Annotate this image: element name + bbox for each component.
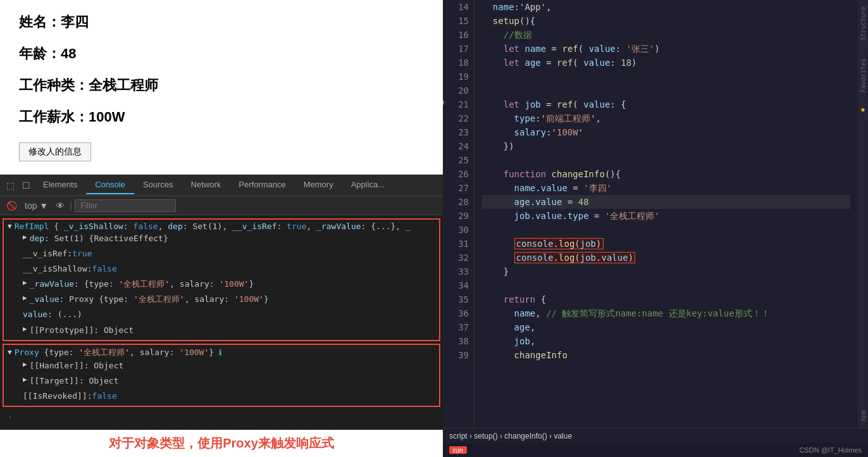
- rawvalue-line: ▶ _rawValue: {type: '全栈工程师', salary: '10…: [8, 277, 435, 292]
- code-line-32: console.log(job.value): [482, 251, 850, 265]
- code-line-15: setup(){: [482, 14, 850, 28]
- isref-line: __v_isRef: true: [8, 246, 435, 261]
- code-line-38: job,: [482, 334, 850, 348]
- ln-32: 32: [448, 251, 469, 265]
- code-line-34: [482, 279, 850, 292]
- prototype-line: ▶ [[Prototype]]: Object: [8, 323, 435, 338]
- name-label: 姓名：李四: [19, 13, 424, 32]
- ln-26: 26: [448, 167, 469, 181]
- structure-label: Structure: [860, 6, 867, 41]
- run-label[interactable]: run: [449, 446, 467, 454]
- code-area: 14 15 16 17 18 19 20 21 22 23 24 25 26 2…: [443, 0, 868, 428]
- proxy-header: ▼ Proxy {type: '全栈工程师', salary: '100W'} …: [8, 347, 435, 358]
- csdn-tag: CSDN @IT_Holmes: [799, 446, 862, 454]
- expand-handler[interactable]: ▶: [23, 359, 27, 371]
- handler-line: ▶ [[Handler]]: Object: [8, 358, 435, 373]
- ln-14: 14: [448, 0, 469, 14]
- ln-37: 37: [448, 320, 469, 334]
- tab-memory[interactable]: Memory: [295, 176, 342, 194]
- ln-36: 36: [448, 306, 469, 320]
- code-lines: name:'App', setup(){ //数据 let name = ref…: [474, 0, 858, 428]
- ln-23: 23: [448, 125, 469, 139]
- ln-20: 20: [448, 84, 469, 97]
- code-line-27: name.value = '李四': [482, 181, 850, 195]
- devtools-tabs: ⬚ ☐ Elements Console Sources Network Per…: [0, 175, 443, 196]
- expand-target[interactable]: ▶: [23, 374, 27, 386]
- filter-input[interactable]: [75, 199, 176, 212]
- ln-25: 25: [448, 153, 469, 167]
- code-line-18: let age = ref( value: 18): [482, 56, 850, 70]
- salary-label: 工作薪水：100W: [19, 108, 424, 127]
- code-line-30: [482, 223, 850, 237]
- refimpl-text: RefImpl { _v_isShallow: false, dep: Set(…: [15, 222, 411, 231]
- ln-39: 39: [448, 348, 469, 362]
- favorites-label: Favorites: [860, 58, 867, 92]
- tab-performance[interactable]: Performance: [230, 176, 294, 194]
- value-dots-line: value: (...): [8, 307, 435, 322]
- refimpl-header: ▼ RefImpl { _v_isShallow: false, dep: Se…: [8, 222, 435, 231]
- ln-27: 27: [448, 181, 469, 195]
- left-panel: 姓名：李四 年龄：48 工作种类：全栈工程师 工作薪水：100W 修改人的信息 …: [0, 0, 443, 457]
- expand-prototype[interactable]: ▶: [23, 323, 27, 335]
- npm-label: npm: [860, 410, 867, 422]
- breadcrumb-text: script › setup() › changeInfo() › value: [449, 432, 572, 441]
- ln-38: 38: [448, 334, 469, 348]
- top-frame-button[interactable]: top ▼: [22, 199, 51, 212]
- ln-28: 28: [448, 195, 469, 209]
- inspect-icon[interactable]: ☐: [18, 180, 34, 191]
- ln-35: 35: [448, 292, 469, 306]
- age-label: 年龄：48: [19, 44, 424, 63]
- run-bar: run CSDN @IT_Holmes: [443, 443, 868, 457]
- bottom-annotation: 对于对象类型，使用Proxy来触发响应式: [0, 430, 443, 457]
- tab-elements[interactable]: Elements: [34, 176, 86, 194]
- proxy-group: ▼ Proxy {type: '全栈工程师', salary: '100W'} …: [3, 344, 440, 407]
- tab-network[interactable]: Network: [182, 176, 230, 194]
- clear-button[interactable]: 🚫: [4, 199, 20, 212]
- ln-34: 34: [448, 279, 469, 292]
- code-line-26: function changeInfo(){: [482, 167, 850, 181]
- ln-16: 16: [448, 28, 469, 42]
- top-label: top: [25, 201, 37, 211]
- ln-30: 30: [448, 223, 469, 237]
- ln-17: 17: [448, 42, 469, 56]
- expand-arrow-2[interactable]: ▼: [8, 348, 12, 356]
- job-label: 工作种类：全栈工程师: [19, 76, 424, 95]
- code-line-20: [482, 84, 850, 97]
- code-line-36: name, // 触发简写形式name:name 还是key:value形式！！: [482, 306, 850, 320]
- expand-arrow-1[interactable]: ▼: [8, 222, 12, 230]
- value-proxy-line: ▶ _value: Proxy {type: '全栈工程师', salary: …: [8, 292, 435, 307]
- code-line-24: }): [482, 139, 850, 153]
- tab-application[interactable]: Applica...: [342, 176, 394, 194]
- ln-18: 18: [448, 56, 469, 70]
- right-panel: 14 15 16 17 18 19 20 21 22 23 24 25 26 2…: [443, 0, 868, 457]
- code-line-39: changeInfo: [482, 348, 850, 362]
- revoked-line: [[IsRevoked]]: false: [8, 389, 435, 404]
- code-line-22: type:'前端工程师',: [482, 111, 850, 125]
- code-line-21: let job = ref( value: {: [482, 97, 850, 111]
- code-line-37: age,: [482, 320, 850, 334]
- ln-22: 22: [448, 111, 469, 125]
- expand-rawvalue[interactable]: ▶: [23, 277, 27, 289]
- code-line-28: age.value = 48: [482, 195, 850, 209]
- code-line-25: [482, 153, 850, 167]
- tab-console[interactable]: Console: [86, 176, 134, 194]
- code-line-23: salary:'100W': [482, 125, 850, 139]
- ln-31: 31: [448, 237, 469, 251]
- breakpoint-21[interactable]: [443, 99, 444, 106]
- cursor-icon[interactable]: ⬚: [3, 180, 18, 191]
- ln-19: 19: [448, 70, 469, 84]
- console-output: ▼ RefImpl { _v_isShallow: false, dep: Se…: [0, 215, 443, 430]
- modify-button[interactable]: 修改人的信息: [19, 142, 91, 161]
- star-icon[interactable]: ★: [858, 104, 868, 114]
- expand-value[interactable]: ▶: [23, 292, 27, 304]
- refimpl-group: ▼ RefImpl { _v_isShallow: false, dep: Se…: [3, 218, 440, 341]
- expand-dep[interactable]: ▶: [23, 232, 27, 244]
- tab-sources[interactable]: Sources: [134, 176, 182, 194]
- target-line: ▶ [[Target]]: Object: [8, 373, 435, 389]
- run-icon[interactable]: run: [449, 446, 469, 454]
- line-numbers: 14 15 16 17 18 19 20 21 22 23 24 25 26 2…: [443, 0, 474, 428]
- code-line-19: [482, 70, 850, 84]
- eye-button[interactable]: 👁: [53, 199, 67, 212]
- empty-prompt: ›: [0, 410, 443, 425]
- ln-29: 29: [448, 209, 469, 223]
